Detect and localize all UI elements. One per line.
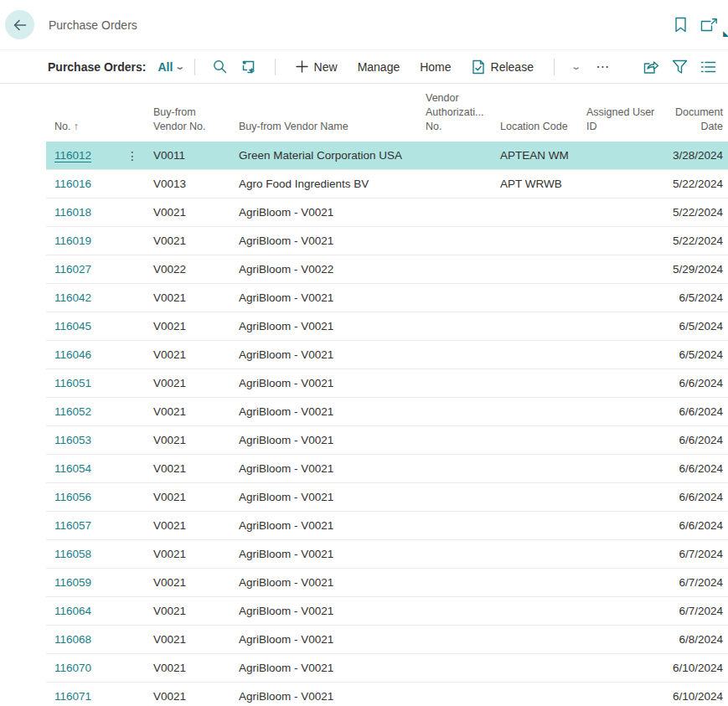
table-row[interactable]: 116052V0021AgriBloom - V00216/6/2024 bbox=[46, 398, 728, 426]
table-row[interactable]: 116018V0021AgriBloom - V00215/22/2024 bbox=[46, 198, 728, 227]
cell-no: 116027 bbox=[46, 263, 145, 276]
list-details-icon bbox=[700, 60, 716, 74]
vendor-no-value[interactable]: V0011 bbox=[153, 149, 185, 162]
cell-vendor-name: AgriBloom - V0021 bbox=[230, 320, 417, 332]
filter-button[interactable] bbox=[672, 59, 688, 75]
column-header-assigned-user-id[interactable]: Assigned User ID bbox=[578, 106, 664, 134]
order-no-link[interactable]: 116012 bbox=[54, 149, 91, 162]
chevron-down-icon: ⌄ bbox=[175, 61, 186, 72]
table-row[interactable]: 116027V0022AgriBloom - V00225/29/2024 bbox=[46, 255, 728, 284]
location-code-value: APT WRWB bbox=[500, 178, 562, 190]
table-row[interactable]: 116064V0021AgriBloom - V00216/7/2024 bbox=[46, 597, 728, 626]
cell-no: 116071 bbox=[46, 690, 145, 703]
cell-vendor-name: AgriBloom - V0021 bbox=[230, 291, 417, 304]
table-row[interactable]: 116071V0021AgriBloom - V00216/10/2024 bbox=[46, 683, 728, 706]
cell-vendor-name: AgriBloom - V0021 bbox=[230, 662, 417, 674]
column-header-location-code[interactable]: Location Code bbox=[492, 120, 578, 134]
release-button[interactable]: Release bbox=[462, 56, 544, 78]
back-button[interactable] bbox=[5, 10, 34, 39]
order-no-link[interactable]: 116064 bbox=[54, 605, 91, 617]
new-button[interactable]: New bbox=[286, 57, 348, 77]
toolbar-separator bbox=[194, 59, 195, 75]
table-row[interactable]: 116054V0021AgriBloom - V00216/6/2024 bbox=[46, 455, 728, 483]
location-code-value[interactable]: APTEAN WM bbox=[500, 149, 569, 162]
cell-vendor-name: AgriBloom - V0021 bbox=[230, 206, 417, 219]
more-options-button[interactable]: ⋯ bbox=[587, 59, 618, 75]
order-no-link[interactable]: 116016 bbox=[54, 178, 91, 190]
cell-vendor-no: V0021 bbox=[145, 320, 230, 332]
table-row[interactable]: 116045V0021AgriBloom - V00216/5/2024 bbox=[46, 312, 728, 341]
analysis-mode-button[interactable] bbox=[235, 56, 265, 78]
cell-document-date: 5/22/2024 bbox=[664, 234, 728, 247]
order-no-link[interactable]: 116058 bbox=[54, 548, 91, 560]
search-button[interactable] bbox=[205, 56, 235, 77]
bookmark-icon[interactable] bbox=[674, 17, 687, 33]
cell-no: 116046 bbox=[46, 348, 145, 361]
table-row[interactable]: 116019V0021AgriBloom - V00215/22/2024 bbox=[46, 227, 728, 255]
column-header-vendor-name[interactable]: Buy-from Vendor Name bbox=[230, 120, 417, 134]
table-row[interactable]: 116012⋮V0011Green Material Corporation U… bbox=[46, 142, 728, 170]
order-no-link[interactable]: 116057 bbox=[54, 519, 91, 532]
order-no-link[interactable]: 116068 bbox=[54, 633, 91, 646]
table-row[interactable]: 116058V0021AgriBloom - V00216/7/2024 bbox=[46, 540, 728, 569]
cell-no: 116068 bbox=[46, 633, 145, 646]
cell-document-date: 6/7/2024 bbox=[664, 576, 728, 589]
table-row[interactable]: 116068V0021AgriBloom - V00216/8/2024 bbox=[46, 626, 728, 654]
cell-vendor-no: V0021 bbox=[145, 348, 230, 361]
toolbar-separator bbox=[554, 59, 555, 75]
vendor-no-value: V0021 bbox=[153, 462, 186, 475]
table-row[interactable]: 116056V0021AgriBloom - V00216/6/2024 bbox=[46, 483, 728, 512]
toolbar-right-icons bbox=[643, 59, 728, 75]
order-no-link[interactable]: 116042 bbox=[54, 291, 91, 304]
vendor-no-value: V0021 bbox=[153, 434, 186, 446]
order-no-link[interactable]: 116046 bbox=[54, 348, 91, 361]
table-row[interactable]: 116042V0021AgriBloom - V00216/5/2024 bbox=[46, 284, 728, 312]
cell-vendor-no: V0021 bbox=[145, 206, 230, 219]
cell-document-date: 5/29/2024 bbox=[664, 263, 728, 276]
order-no-link[interactable]: 116027 bbox=[54, 263, 91, 276]
order-no-link[interactable]: 116059 bbox=[54, 576, 91, 589]
row-context-menu-icon[interactable]: ⋮ bbox=[123, 149, 142, 162]
cell-vendor-no: V0021 bbox=[145, 234, 230, 247]
column-header-no[interactable]: No. ↑ bbox=[46, 120, 145, 134]
order-no-link[interactable]: 116070 bbox=[54, 662, 91, 674]
table-row[interactable]: 116053V0021AgriBloom - V00216/6/2024 bbox=[46, 426, 728, 455]
purchase-orders-table: No. ↑Buy-from Vendor No.Buy-from Vendor … bbox=[46, 84, 728, 706]
column-header-document-date[interactable]: Document Date bbox=[664, 106, 728, 134]
order-no-link[interactable]: 116053 bbox=[54, 434, 91, 446]
home-button[interactable]: Home bbox=[410, 57, 461, 77]
vendor-no-value: V0022 bbox=[153, 263, 186, 276]
column-header-vendor-no[interactable]: Buy-from Vendor No. bbox=[145, 106, 230, 134]
order-no-link[interactable]: 116019 bbox=[54, 234, 91, 247]
table-row[interactable]: 116057V0021AgriBloom - V00216/6/2024 bbox=[46, 512, 728, 540]
share-button[interactable] bbox=[643, 59, 659, 75]
cell-document-date: 5/22/2024 bbox=[664, 178, 728, 190]
list-view-button[interactable] bbox=[700, 60, 716, 74]
order-no-link[interactable]: 116051 bbox=[54, 377, 91, 389]
order-no-link[interactable]: 116056 bbox=[54, 491, 91, 503]
more-actions-chevron[interactable]: ⌄ bbox=[565, 58, 587, 75]
cell-no: 116045 bbox=[46, 320, 145, 332]
view-filter-dropdown[interactable]: All ⌄ bbox=[158, 60, 184, 74]
order-no-link[interactable]: 116045 bbox=[54, 320, 91, 332]
table-row[interactable]: 116059V0021AgriBloom - V00216/7/2024 bbox=[46, 569, 728, 597]
table-row[interactable]: 116046V0021AgriBloom - V00216/5/2024 bbox=[46, 341, 728, 369]
cell-vendor-no: V0013 bbox=[145, 178, 230, 190]
manage-button[interactable]: Manage bbox=[348, 57, 410, 77]
table-row[interactable]: 116070V0021AgriBloom - V00216/10/2024 bbox=[46, 654, 728, 683]
clipped-edge-icon: ◣ bbox=[723, 30, 728, 38]
table-row[interactable]: 116016V0013Agro Food Ingredients BVAPT W… bbox=[46, 170, 728, 198]
cell-document-date: 6/7/2024 bbox=[664, 605, 728, 617]
open-in-new-window-icon[interactable] bbox=[700, 18, 718, 32]
cell-no: 116058 bbox=[46, 548, 145, 560]
table-row[interactable]: 116051V0021AgriBloom - V00216/6/2024 bbox=[46, 369, 728, 398]
cell-document-date: 6/6/2024 bbox=[664, 377, 728, 389]
cell-vendor-name: Green Material Corporation USA bbox=[230, 149, 417, 162]
order-no-link[interactable]: 116018 bbox=[54, 206, 91, 219]
column-header-vendor-auth-no[interactable]: Vendor Authorizati... No. bbox=[417, 91, 492, 134]
order-no-link[interactable]: 116052 bbox=[54, 405, 91, 418]
order-no-link[interactable]: 116071 bbox=[54, 690, 91, 703]
vendor-no-value: V0021 bbox=[153, 548, 186, 560]
order-no-link[interactable]: 116054 bbox=[54, 462, 91, 475]
cell-vendor-name: AgriBloom - V0022 bbox=[230, 263, 417, 276]
